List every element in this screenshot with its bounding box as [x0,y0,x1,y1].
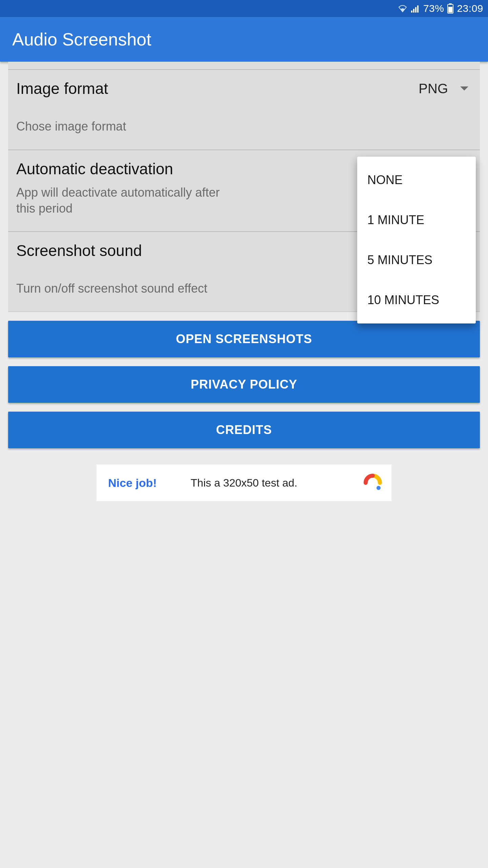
svg-rect-0 [411,11,412,13]
app-bar: Audio Screenshot [0,17,488,62]
setting-image-format[interactable]: Image format PNG Chose image format [8,70,480,150]
battery-percent: 73% [423,3,444,14]
setting-value: PNG [419,81,448,96]
setting-description: Chose image format [16,119,233,135]
chevron-down-icon [460,86,468,91]
svg-rect-2 [415,7,416,13]
clock: 23:09 [457,3,483,14]
wifi-icon [398,4,408,13]
credits-button[interactable]: CREDITS [8,412,480,448]
admob-icon [364,474,382,492]
svg-rect-6 [448,7,452,13]
setting-title: Automatic deactivation [16,160,173,178]
content-area: Image format PNG Chose image format Auto… [0,62,488,501]
open-screenshots-button[interactable]: OPEN SCREENSHOTS [8,321,480,357]
setting-title: Image format [16,79,108,98]
status-bar: 73% 23:09 [0,0,488,17]
ad-banner[interactable]: Nice job! This a 320x50 test ad. [97,465,391,501]
cell-signal-icon [411,4,420,13]
image-format-dropdown[interactable]: PNG [419,81,472,96]
ad-center-text: This a 320x50 test ad. [191,477,298,489]
button-list: OPEN SCREENSHOTS PRIVACY POLICY CREDITS [8,321,480,448]
privacy-policy-button[interactable]: PRIVACY POLICY [8,366,480,403]
svg-rect-3 [417,5,419,13]
deactivation-dropdown-menu: NONE 1 MINUTE 5 MINUTES 10 MINUTES [357,157,476,323]
app-title: Audio Screenshot [12,29,151,50]
ad-left-text: Nice job! [108,476,157,490]
dropdown-option-none[interactable]: NONE [357,160,476,200]
setting-title: Screenshot sound [16,241,142,260]
setting-description: App will deactivate automatically after … [16,185,233,217]
dropdown-option-10min[interactable]: 10 MINUTES [357,280,476,320]
svg-rect-1 [413,9,414,13]
dropdown-option-5min[interactable]: 5 MINUTES [357,240,476,280]
dropdown-option-1min[interactable]: 1 MINUTE [357,200,476,240]
svg-point-7 [377,486,381,490]
battery-icon [447,3,453,14]
